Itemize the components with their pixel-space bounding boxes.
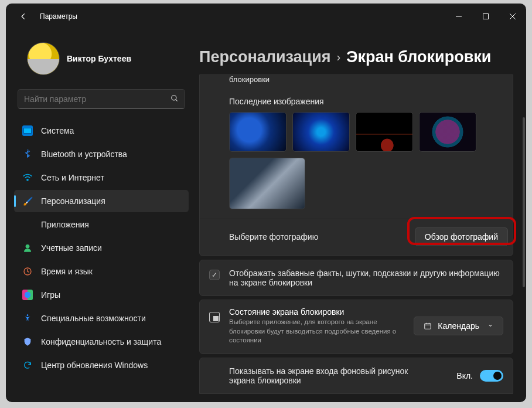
- image-thumb[interactable]: [419, 112, 476, 152]
- nav-windows-update[interactable]: Центр обновления Windows: [14, 354, 189, 376]
- nav-label: Конфиденциальность и защита: [41, 337, 161, 346]
- status-app-label: Календарь: [438, 321, 479, 331]
- toggle-state-label: Вкл.: [456, 371, 473, 380]
- accessibility-icon: [22, 313, 33, 324]
- update-icon: [22, 360, 33, 370]
- signin-bg-label: Показывать на экране входа фоновый рисун…: [229, 366, 422, 385]
- nav-accounts[interactable]: Учетные записи: [14, 237, 189, 259]
- nav-network[interactable]: Сеть и Интернет: [14, 166, 189, 189]
- maximize-button[interactable]: [472, 8, 499, 25]
- breadcrumb-current: Экран блокировки: [346, 48, 491, 66]
- apps-icon: [22, 219, 33, 230]
- nav-time-language[interactable]: Время и язык: [14, 260, 189, 283]
- system-icon: [22, 125, 33, 136]
- nav-bluetooth[interactable]: Bluetooth и устройства: [14, 143, 189, 165]
- chevron-right-icon: ›: [337, 50, 341, 64]
- wifi-icon: [22, 172, 33, 183]
- bluetooth-icon: [22, 149, 33, 159]
- nav-privacy[interactable]: Конфиденциальность и защита: [14, 331, 189, 353]
- sidebar: Виктор Бухтеев Система: [6, 29, 193, 402]
- search-input[interactable]: [24, 94, 170, 104]
- nav-label: Специальные возможности: [41, 314, 146, 323]
- nav-label: Время и язык: [41, 267, 93, 276]
- status-icon: [209, 312, 220, 322]
- minimize-button[interactable]: [445, 8, 472, 25]
- image-thumb[interactable]: [356, 112, 413, 152]
- nav-label: Сеть и Интернет: [41, 173, 104, 182]
- image-thumb[interactable]: [292, 112, 350, 152]
- brush-icon: 🖌️: [22, 196, 33, 206]
- profile[interactable]: Виктор Бухтеев: [14, 34, 189, 83]
- svg-rect-8: [425, 324, 431, 329]
- close-button[interactable]: [499, 8, 526, 25]
- svg-point-7: [27, 314, 29, 316]
- scrollbar[interactable]: [523, 117, 525, 287]
- fun-facts-card[interactable]: ✓ Отображать забавные факты, шутки, подс…: [199, 260, 513, 296]
- nav-label: Система: [41, 126, 74, 135]
- window-controls: [445, 8, 526, 25]
- avatar: [27, 42, 60, 75]
- svg-line-3: [176, 99, 178, 101]
- clock-globe-icon: [22, 266, 33, 277]
- svg-rect-1: [483, 14, 489, 19]
- nav-accessibility[interactable]: Специальные возможности: [14, 307, 189, 329]
- profile-name: Виктор Бухтеев: [67, 54, 131, 63]
- breadcrumb-parent[interactable]: Персонализация: [199, 48, 331, 66]
- xbox-icon: [22, 290, 33, 300]
- search-icon: [170, 94, 179, 104]
- calendar-icon: [424, 322, 432, 330]
- main-content: Персонализация › Экран блокировки блокир…: [193, 29, 526, 402]
- search-box[interactable]: [18, 89, 185, 109]
- nav-system[interactable]: Система: [14, 120, 189, 142]
- user-icon: [22, 243, 33, 253]
- status-app-dropdown[interactable]: Календарь: [414, 317, 503, 335]
- recent-images-label: Последние изображения: [229, 97, 503, 106]
- status-subtitle: Выберите приложение, для которого на экр…: [229, 318, 405, 345]
- browse-photos-button[interactable]: Обзор фотографий: [415, 227, 508, 246]
- background-card: блокировки Последние изображения Выберит…: [199, 74, 513, 256]
- image-thumb-large[interactable]: [229, 158, 305, 209]
- status-title: Состояние экрана блокировки: [229, 307, 405, 317]
- fun-facts-label: Отображать забавные факты, шутки, подска…: [229, 268, 500, 287]
- window-title: Параметры: [40, 12, 445, 21]
- nav-gaming[interactable]: Игры: [14, 284, 189, 306]
- image-thumb[interactable]: [229, 112, 287, 152]
- nav-list: Система Bluetooth и устройства Сеть и Ин…: [14, 120, 189, 376]
- nav-apps[interactable]: Приложения: [14, 213, 189, 236]
- nav-label: Игры: [41, 290, 60, 300]
- nav-label: Центр обновления Windows: [41, 361, 148, 370]
- lockscreen-status-card: Состояние экрана блокировки Выберите при…: [199, 300, 513, 354]
- cutoff-label: блокировки: [229, 75, 503, 84]
- titlebar: Параметры: [6, 4, 526, 29]
- breadcrumb: Персонализация › Экран блокировки: [199, 48, 513, 66]
- settings-window: Параметры Виктор Бухтеев: [6, 4, 526, 402]
- svg-point-5: [26, 244, 30, 249]
- shield-icon: [22, 336, 33, 347]
- nav-label: Учетные записи: [41, 243, 102, 253]
- nav-label: Персонализация: [41, 196, 105, 206]
- nav-label: Приложения: [41, 220, 89, 229]
- svg-point-4: [27, 179, 28, 181]
- choose-photo-label: Выберите фотографию: [229, 232, 318, 242]
- back-button[interactable]: [14, 7, 33, 26]
- recent-images: [229, 112, 503, 152]
- nav-personalization[interactable]: 🖌️ Персонализация: [14, 190, 189, 212]
- signin-bg-toggle[interactable]: [480, 370, 503, 382]
- fun-facts-checkbox[interactable]: ✓: [209, 270, 220, 280]
- svg-point-2: [172, 95, 176, 100]
- nav-label: Bluetooth и устройства: [41, 149, 127, 159]
- signin-bg-card: Показывать на экране входа фоновый рисун…: [199, 358, 513, 394]
